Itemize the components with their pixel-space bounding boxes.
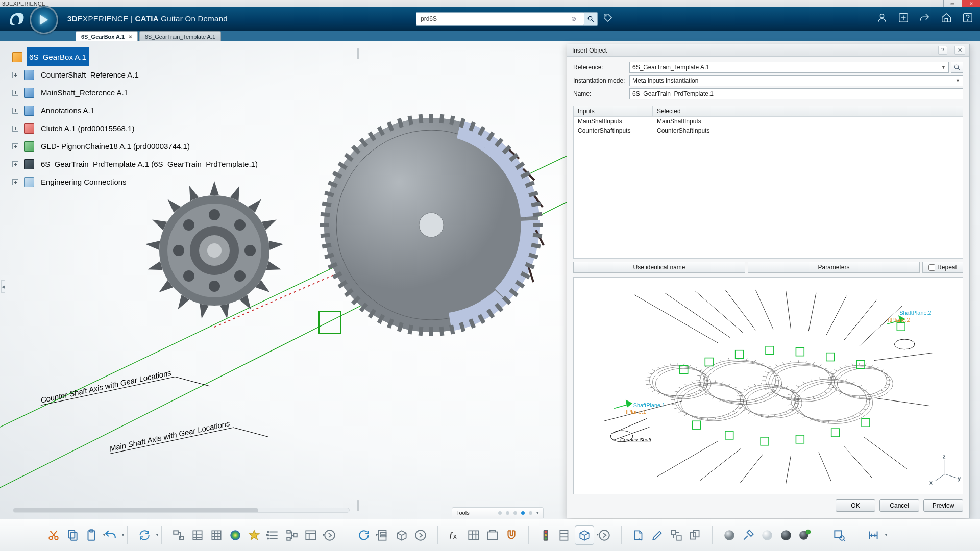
view-cube-button[interactable]: ▾	[575, 525, 594, 545]
magnet-button[interactable]	[503, 527, 520, 544]
spec-tree[interactable]: 6S_GearBox A.1 CounterShaft_Reference A.…	[12, 48, 260, 191]
user-icon[interactable]	[876, 12, 888, 24]
tree-node[interactable]: MainShaft_Reference A.1	[12, 84, 260, 102]
tree-root[interactable]: 6S_GearBox A.1	[12, 48, 260, 66]
tool-tree-icon[interactable]	[283, 527, 301, 544]
inputs-row[interactable]: CounterShaftInputs CounterShaftInputs	[574, 126, 963, 135]
left-collapse-handle[interactable]: ◀	[1, 280, 5, 293]
eyedropper-button[interactable]	[740, 527, 757, 544]
tool-list-icon[interactable]	[264, 527, 282, 544]
window-minimize-button[interactable]: —	[925, 0, 943, 7]
measure-button[interactable]: ▾	[865, 527, 882, 544]
inputs-row[interactable]: MainShaftInputs MainShaftInputs	[574, 117, 963, 126]
preview-pane[interactable]: z y x	[573, 277, 963, 494]
search-input[interactable]	[416, 12, 584, 26]
traffic-light-icon[interactable]	[537, 527, 554, 544]
help-icon[interactable]	[962, 12, 974, 24]
window-close-button[interactable]: ✕	[962, 0, 980, 7]
instance-button[interactable]	[687, 527, 704, 544]
tool-bom-icon[interactable]	[374, 527, 391, 544]
cancel-button[interactable]: Cancel	[879, 499, 919, 512]
tools-section-label[interactable]: Tools ▾	[452, 507, 544, 518]
expand-nav-icon[interactable]	[321, 527, 338, 544]
col-inputs: Inputs	[574, 106, 653, 116]
svg-line-171	[684, 414, 687, 415]
search-clear-icon[interactable]: ⊘	[571, 15, 576, 22]
expand-icon[interactable]	[12, 72, 18, 78]
tab-gearbox[interactable]: 6S_GearBox A.1 ×	[76, 31, 138, 41]
name-field[interactable]: 6S_GearTrain_PrdTemplate.1	[629, 88, 963, 99]
tool-favorite-icon[interactable]: ▾	[246, 527, 263, 544]
compass-button[interactable]	[30, 6, 58, 34]
use-identical-name-button[interactable]: Use identical name	[573, 262, 745, 273]
svg-rect-93	[344, 153, 354, 162]
ok-button[interactable]: OK	[836, 499, 875, 512]
add-icon[interactable]	[897, 12, 910, 24]
search-tag-icon[interactable]	[603, 13, 613, 26]
expand-icon[interactable]	[12, 108, 18, 114]
design-table-button[interactable]	[465, 527, 482, 544]
tool-material-icon[interactable]	[227, 527, 244, 544]
sphere-add-icon[interactable]: +	[796, 527, 814, 544]
tree-node[interactable]: GLD- PignonChaine18 A.1 (prd00003744.1)	[12, 137, 260, 155]
expand-icon[interactable]	[12, 179, 18, 185]
splitter-handle-top[interactable]	[357, 48, 359, 59]
splitter-handle-bottom[interactable]	[357, 500, 359, 511]
undo-button[interactable]: ▾	[102, 527, 119, 544]
tree-node[interactable]: Annotations A.1	[12, 102, 260, 119]
expand-icon[interactable]	[12, 90, 18, 96]
edit-feature-button[interactable]	[649, 527, 666, 544]
tree-node[interactable]: 6S_GearTrain_PrdTemplate A.1 (6S_GearTra…	[12, 155, 260, 173]
preview-button[interactable]: Preview	[923, 499, 963, 512]
tree-node[interactable]: CounterShaft_Reference A.1	[12, 66, 260, 84]
paste-button[interactable]: ▾	[83, 527, 100, 544]
update-button[interactable]: ▾	[136, 527, 153, 544]
tree-node[interactable]: Clutch A.1 (prd00015568.1)	[12, 119, 260, 137]
formula-button[interactable]: fx	[446, 527, 463, 544]
analyze-button[interactable]	[830, 527, 848, 544]
tab-geartrain-template[interactable]: 6S_GearTrain_Template A.1	[139, 31, 221, 41]
tool-table-icon[interactable]	[189, 527, 206, 544]
knowledge-button[interactable]	[484, 527, 501, 544]
sphere-dark-icon[interactable]	[777, 527, 795, 544]
svg-line-154	[695, 367, 697, 368]
expand-icon[interactable]	[12, 126, 18, 132]
expand-nav-icon-2[interactable]	[412, 527, 429, 544]
tree-h-scrollbar[interactable]	[13, 508, 350, 513]
tool-panel-icon[interactable]: ▾	[302, 527, 320, 544]
parameters-button[interactable]: Parameters	[748, 262, 920, 273]
tree-node-label: Engineering Connections	[38, 172, 129, 191]
scrollbar-thumb[interactable]	[13, 508, 258, 512]
expand-nav-icon-3[interactable]	[596, 527, 613, 544]
tool-sheet-icon[interactable]	[208, 527, 225, 544]
dialog-close-button[interactable]: ✕	[954, 46, 965, 55]
section-pager-dots[interactable]	[498, 511, 532, 515]
tree-node[interactable]: Engineering Connections	[12, 173, 260, 191]
repeat-check-input[interactable]	[928, 264, 935, 271]
cut-button[interactable]	[45, 527, 62, 544]
search-button[interactable]	[584, 12, 598, 26]
copy-button[interactable]	[64, 527, 81, 544]
catalog-button[interactable]	[630, 527, 647, 544]
tab-close-icon[interactable]: ×	[129, 34, 132, 40]
replace-button[interactable]	[668, 527, 685, 544]
tool-package-icon[interactable]	[393, 527, 410, 544]
expand-icon[interactable]	[12, 143, 18, 149]
dialog-help-button[interactable]: ?	[938, 46, 947, 55]
dialog-titlebar[interactable]: Insert Object ? ✕	[567, 44, 969, 57]
layers-button[interactable]: ▾	[556, 527, 573, 544]
window-maximize-button[interactable]: ▭	[943, 0, 962, 7]
share-icon[interactable]	[919, 12, 931, 24]
mode-dropdown[interactable]: Meta inputs instantiation ▼	[629, 75, 963, 86]
tool-links-icon[interactable]	[170, 527, 187, 544]
sphere-grey-icon[interactable]	[721, 527, 738, 544]
expand-icon[interactable]	[12, 161, 18, 167]
refresh-button[interactable]: ▾	[355, 527, 373, 544]
inputs-table[interactable]: Inputs Selected MainShaftInputs MainShaf…	[573, 106, 963, 259]
svg-line-228	[780, 414, 782, 416]
reference-dropdown[interactable]: 6S_GearTrain_Template A.1 ▼	[629, 62, 949, 73]
home-icon[interactable]	[940, 12, 952, 24]
repeat-checkbox[interactable]: Repeat	[922, 262, 963, 273]
reference-browse-button[interactable]	[951, 62, 963, 73]
sphere-white-icon[interactable]	[758, 527, 776, 544]
